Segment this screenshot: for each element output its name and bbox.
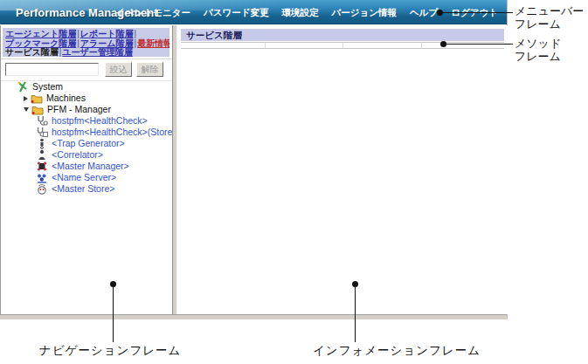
callout-label-navigation: ナビゲーションフレーム	[39, 345, 181, 358]
tree-node-label: hostpfm<HealthCheck>(Store)	[52, 127, 176, 138]
navigation-frame: エージェント階層|レポート階層| ブックマーク階層|アラーム階層|最新情報に更新…	[0, 25, 172, 314]
callout-line-information	[355, 286, 356, 342]
hierarchy-tab-row-3: サービス階層|ユーザー管理階層	[5, 48, 167, 57]
callout-line-navigation	[113, 286, 114, 342]
tree-node-label: <Trap Generator>	[52, 138, 125, 149]
callout-label-method: メソッド フレーム	[515, 38, 561, 63]
filter-section: 絞込 解除	[1, 58, 173, 81]
filter-clear-button[interactable]: 解除	[136, 62, 163, 77]
tree-node-label: hostpfm<HealthCheck>	[52, 115, 148, 127]
tab-service-hierarchy-current: サービス階層	[5, 47, 59, 57]
tree-node-name-server[interactable]: <Name Server>	[1, 172, 173, 183]
healthcheck-store-icon	[36, 127, 48, 138]
tab-separator: |	[133, 29, 137, 38]
tab-alarm-hierarchy[interactable]: アラーム階層	[80, 38, 134, 48]
hierarchy-tab-box: エージェント階層|レポート階層| ブックマーク階層|アラーム階層|最新情報に更新…	[3, 28, 169, 57]
system-icon	[17, 81, 29, 93]
tree-node-healthcheck-store[interactable]: hostpfm<HealthCheck>(Store)	[1, 127, 173, 138]
trap-generator-icon	[36, 138, 48, 149]
tree-node-label: System	[32, 81, 63, 93]
chevron-down-icon[interactable]	[24, 107, 29, 112]
tab-agent-hierarchy[interactable]: エージェント階層	[5, 29, 76, 38]
status-band	[0, 314, 507, 319]
tree-node-label: Machines	[46, 93, 86, 104]
tree-node-pfm-manager[interactable]: PFM - Manager	[1, 104, 173, 115]
menu-item-change-password[interactable]: パスワード変更	[204, 7, 268, 19]
master-store-icon	[36, 183, 48, 195]
callout-text: メニューバー	[515, 5, 584, 18]
callout-label-information: インフォメーションフレーム	[313, 345, 481, 358]
callout-text: フレーム	[515, 18, 584, 31]
method-cell-divider	[265, 43, 266, 48]
folder-icon	[31, 93, 43, 104]
tree-node-master-manager[interactable]: <Master Manager>	[1, 161, 173, 172]
callout-label-menu-bar: メニューバー フレーム	[515, 5, 584, 31]
information-frame: サービス階層	[177, 25, 508, 314]
callout-text: フレーム	[515, 51, 561, 64]
callout-dot-method	[440, 41, 446, 47]
menu-bar-frame: Performance Management イベントモニター パスワード変更 …	[0, 0, 507, 24]
method-cell-divider	[342, 43, 343, 48]
menu-item-event-monitor[interactable]: イベントモニター	[115, 7, 190, 19]
link-refresh-latest-info[interactable]: 最新情報に更新	[137, 38, 169, 48]
tree-node-label: <Correlator>	[52, 149, 103, 161]
menu-item-logout[interactable]: ログアウト	[451, 7, 498, 19]
filter-input[interactable]	[5, 63, 99, 76]
folder-icon	[31, 104, 44, 115]
information-title-bar: サービス階層	[181, 29, 504, 41]
callout-text: メソッド	[515, 38, 561, 51]
application-window: Performance Management イベントモニター パスワード変更 …	[0, 0, 508, 319]
callout-line-method	[446, 44, 513, 45]
healthcheck-icon	[36, 115, 48, 127]
service-tree: System Machines PFM - Manager	[1, 81, 173, 195]
callout-dot-menu-bar	[437, 10, 443, 16]
tree-node-trap-generator[interactable]: <Trap Generator>	[1, 138, 173, 149]
callout-line-menu-bar	[443, 12, 513, 13]
tree-node-healthcheck[interactable]: hostpfm<HealthCheck>	[1, 115, 173, 127]
menu-item-version-info[interactable]: バージョン情報	[332, 7, 397, 19]
tab-user-admin-hierarchy[interactable]: ユーザー管理階層	[62, 47, 132, 57]
menu-item-environment-settings[interactable]: 環境設定	[282, 7, 319, 19]
tree-node-machines[interactable]: Machines	[1, 93, 173, 104]
tree-node-label: <Name Server>	[52, 172, 116, 183]
method-cell-divider	[421, 43, 422, 48]
callout-text: インフォメーションフレーム	[313, 345, 481, 358]
tree-node-label: PFM - Manager	[47, 104, 111, 115]
filter-apply-button[interactable]: 絞込	[105, 62, 132, 77]
tab-report-hierarchy[interactable]: レポート階層	[80, 29, 134, 38]
menu-item-help[interactable]: ヘルプ	[410, 7, 438, 19]
tree-node-label: <Master Manager>	[52, 161, 129, 172]
master-manager-icon	[36, 161, 48, 172]
tree-node-correlator[interactable]: <Correlator>	[1, 149, 173, 161]
tree-node-master-store[interactable]: <Master Store>	[1, 183, 173, 195]
tab-bookmark-hierarchy[interactable]: ブックマーク階層	[5, 38, 76, 48]
tree-node-system[interactable]: System	[1, 81, 173, 93]
callout-text: ナビゲーションフレーム	[39, 345, 181, 358]
tree-node-label: <Master Store>	[52, 183, 114, 195]
name-server-icon	[36, 172, 48, 183]
screenshot-stage: Performance Management イベントモニター パスワード変更 …	[0, 0, 588, 364]
correlator-icon	[36, 149, 48, 161]
chevron-right-icon[interactable]	[24, 96, 28, 101]
